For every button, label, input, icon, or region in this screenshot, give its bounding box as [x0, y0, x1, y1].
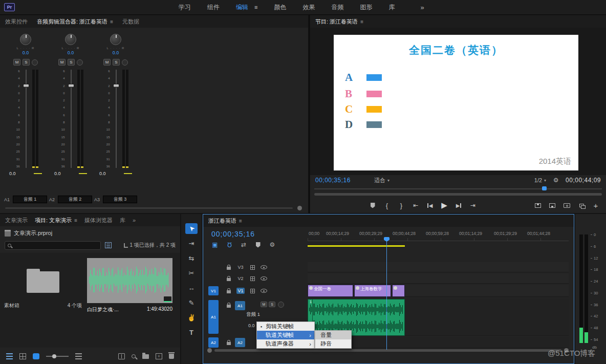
track-solo-button[interactable]: S: [269, 302, 275, 307]
lock-icon[interactable]: [227, 290, 231, 293]
menu-item-track-panner[interactable]: 轨道声像器 ›: [257, 339, 314, 348]
add-marker-button[interactable]: [370, 203, 376, 208]
program-playhead[interactable]: [542, 186, 547, 190]
goto-out-button[interactable]: ⇥: [470, 202, 476, 209]
bin-caption[interactable]: 素材箱 4 个项: [4, 302, 82, 309]
track-badge[interactable]: A2: [235, 338, 245, 347]
sync-lock-icon[interactable]: [250, 289, 255, 293]
pen-tool[interactable]: ✎: [185, 297, 198, 308]
track-badge[interactable]: V3: [236, 265, 245, 270]
list-view-button[interactable]: [6, 353, 13, 359]
zoom-slider[interactable]: [46, 356, 69, 357]
bin-folder-icon[interactable]: [27, 271, 59, 293]
panel-menu-icon[interactable]: ≡: [74, 218, 77, 223]
keyframe-record-button[interactable]: [77, 59, 83, 66]
workspace-overflow-icon[interactable]: »: [420, 4, 424, 11]
workspace-audio[interactable]: 音频: [331, 3, 343, 12]
track-volume-value[interactable]: 0.0: [248, 323, 255, 328]
icon-view-button[interactable]: [19, 353, 26, 359]
panel-resize-knob[interactable]: [297, 206, 302, 210]
video-clip[interactable]: [392, 285, 405, 297]
freeform-view-button[interactable]: [33, 353, 39, 359]
lock-icon[interactable]: [227, 267, 231, 270]
fader-handle[interactable]: [68, 84, 74, 88]
lock-icon[interactable]: [227, 305, 231, 308]
program-zoom-scrollbar[interactable]: [314, 193, 602, 196]
nest-toggle-icon[interactable]: ▣: [211, 241, 219, 248]
program-viewer[interactable]: 全国二卷（英语） A B C D 2014英语: [310, 28, 606, 175]
mute-button[interactable]: M: [58, 59, 66, 66]
lock-icon[interactable]: [227, 278, 231, 281]
tab-effect-controls[interactable]: 效果控件: [5, 18, 28, 26]
submenu-item-mute[interactable]: 静音: [315, 339, 351, 348]
bin-name[interactable]: 素材箱: [4, 302, 19, 309]
sync-lock-icon[interactable]: [250, 276, 255, 281]
settings-wrench-icon[interactable]: ⚙: [552, 177, 559, 184]
comparison-view-button[interactable]: [578, 204, 585, 207]
premiere-logo[interactable]: Pr: [4, 3, 15, 11]
tab-audio-clip-mixer[interactable]: 音频剪辑混合器: 浙江卷英语 ≡: [37, 18, 113, 26]
tab-program-monitor[interactable]: 节目: 浙江卷英语 ≡: [315, 18, 363, 26]
track-name[interactable]: 音频 1: [13, 196, 47, 203]
submenu-item-volume[interactable]: 音量: [315, 331, 351, 339]
razor-tool[interactable]: ✂: [185, 268, 198, 279]
menu-item-clip-keyframes[interactable]: ● 剪辑关键帧: [257, 322, 314, 331]
audio-clip-name[interactable]: 白日梦之魂·...: [87, 306, 119, 313]
project-file-row[interactable]: 文章演示.prproj: [0, 227, 180, 239]
pan-knob[interactable]: [20, 34, 31, 45]
track-badge[interactable]: A1: [235, 301, 245, 310]
video-clip[interactable]: 上海卷数学: [354, 285, 391, 297]
search-box[interactable]: [5, 241, 101, 250]
tab-media-browser[interactable]: 媒体浏览器: [84, 217, 113, 224]
track-lane-v3[interactable]: [308, 262, 569, 272]
playback-resolution-dropdown[interactable]: 1/2 ▾: [534, 177, 546, 183]
track-name[interactable]: 音频 3: [103, 196, 137, 203]
solo-button[interactable]: S: [68, 59, 75, 66]
keyframe-record-button[interactable]: [278, 302, 284, 308]
track-badge[interactable]: V1: [236, 288, 245, 294]
mark-in-button[interactable]: {: [384, 202, 390, 209]
track-name[interactable]: 音频 2: [58, 196, 92, 203]
source-patch-v1[interactable]: V1: [208, 286, 219, 295]
workspace-menu-icon[interactable]: ≡: [254, 4, 257, 10]
solo-button[interactable]: S: [23, 59, 30, 66]
tab-sequence[interactable]: 浙江卷英语 ≡: [208, 217, 242, 225]
find-button[interactable]: [132, 354, 136, 358]
workspace-assembly[interactable]: 组件: [207, 3, 220, 12]
keyframe-record-button[interactable]: [122, 59, 128, 66]
panel-menu-icon[interactable]: ≡: [239, 218, 242, 224]
timeline-ruler[interactable]: 00;00 00;00;14;29 00;00;29;29 00;00;44;2…: [308, 229, 569, 241]
automate-to-sequence-button[interactable]: [118, 353, 125, 359]
export-frame-button[interactable]: [564, 203, 570, 208]
volume-fader[interactable]: [68, 70, 75, 168]
solo-button[interactable]: S: [113, 59, 120, 66]
video-clip[interactable]: 全国一卷: [308, 285, 353, 297]
new-item-button[interactable]: +: [156, 353, 162, 359]
track-badge[interactable]: V2: [236, 276, 245, 281]
zoom-level-dropdown[interactable]: 适合 ▾: [374, 177, 389, 184]
audio-clip-thumbnail[interactable]: [87, 258, 172, 303]
audio-clip-caption[interactable]: 白日梦之魂·... 1:49:43020: [87, 306, 172, 313]
workspace-color[interactable]: 颜色: [274, 3, 286, 12]
mute-button[interactable]: M: [13, 59, 20, 66]
lift-button[interactable]: [535, 203, 541, 208]
button-editor-button[interactable]: +: [593, 201, 599, 210]
mixer-scrollbar[interactable]: [5, 207, 293, 209]
hand-tool[interactable]: ✌: [185, 312, 198, 323]
snap-magnet-icon[interactable]: Ω: [226, 241, 233, 248]
workspace-effects[interactable]: 效果: [302, 3, 315, 12]
volume-fader[interactable]: [113, 70, 120, 168]
track-output-eye-icon[interactable]: [261, 289, 267, 293]
tab-metadata[interactable]: 元数据: [122, 18, 139, 26]
clear-trash-button[interactable]: [169, 354, 174, 359]
tab-overflow-icon[interactable]: »: [133, 217, 136, 223]
track-name[interactable]: 音频 1: [246, 311, 260, 318]
keyframe-record-button[interactable]: [32, 59, 38, 66]
goto-in-button[interactable]: ⇤: [413, 202, 419, 209]
workspace-libraries[interactable]: 库: [388, 3, 395, 12]
sync-lock-icon[interactable]: [250, 265, 255, 270]
view-toggle-icon[interactable]: [105, 242, 112, 248]
extract-button[interactable]: [549, 203, 555, 208]
fader-handle[interactable]: [23, 84, 29, 88]
mute-button[interactable]: M: [103, 59, 111, 66]
